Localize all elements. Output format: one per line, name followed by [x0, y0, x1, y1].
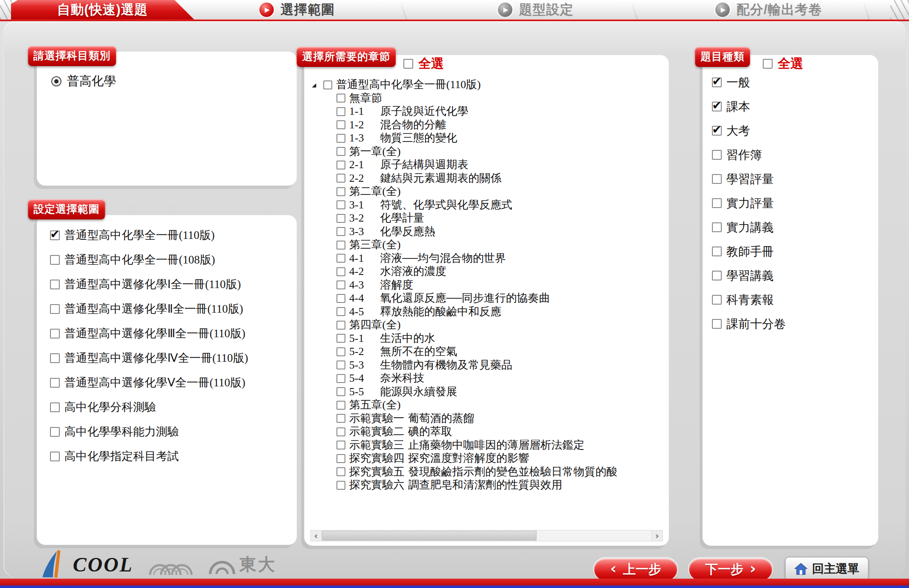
type-item-row[interactable]: 實力評量: [703, 191, 878, 215]
checkbox[interactable]: [336, 441, 345, 449]
prev-step-button[interactable]: ‹ 上一步: [594, 558, 677, 580]
checkbox[interactable]: [336, 427, 345, 436]
chapter-item-row[interactable]: 4-5 釋放熱能的酸鹼中和反應: [336, 305, 667, 319]
checkbox[interactable]: [336, 387, 345, 396]
chapter-item-row[interactable]: 1-3 物質三態的變化: [336, 132, 667, 145]
chapter-item-row[interactable]: 5-5 能源與永續發展: [336, 385, 667, 399]
checkbox[interactable]: [336, 374, 345, 383]
chapter-item-row[interactable]: 5-4 奈米科技: [336, 372, 667, 386]
checkbox[interactable]: [50, 378, 60, 388]
checkbox[interactable]: [336, 454, 345, 463]
checkbox[interactable]: [336, 227, 345, 236]
checkbox[interactable]: [336, 254, 345, 263]
chapter-item-row[interactable]: 示範實驗二 碘的萃取: [336, 425, 667, 439]
checkbox[interactable]: [403, 59, 413, 69]
type-item-row[interactable]: 學習講義: [703, 263, 878, 288]
checkbox[interactable]: [336, 241, 345, 250]
checkbox[interactable]: [336, 307, 345, 316]
checkbox[interactable]: [50, 353, 60, 363]
horizontal-scrollbar[interactable]: ‹ ›: [310, 530, 663, 541]
tab-select-range[interactable]: ▶ 選擇範圍: [259, 0, 335, 19]
type-item-row[interactable]: ✔ 課本: [703, 94, 878, 119]
type-item-row[interactable]: 習作簿: [703, 143, 878, 167]
tab-auto-quick-select[interactable]: 自動(快速)選題: [11, 0, 194, 19]
checkbox[interactable]: [712, 247, 722, 256]
checkbox[interactable]: [336, 280, 345, 289]
checkbox[interactable]: [712, 222, 722, 232]
range-item-row[interactable]: 普通型高中選修化學Ⅲ全一冊(110版): [37, 321, 297, 346]
checkbox[interactable]: [336, 120, 345, 129]
chapter-item-row[interactable]: 第五章(全): [336, 399, 667, 412]
range-item-row[interactable]: 普通型高中選修化學Ⅱ全一冊(110版): [37, 297, 297, 321]
checkbox[interactable]: [50, 329, 60, 338]
checkbox[interactable]: [336, 321, 345, 330]
chapter-item-row[interactable]: 無章節: [336, 92, 667, 105]
checkbox[interactable]: [50, 280, 60, 289]
checkbox[interactable]: [336, 294, 345, 303]
chapter-item-row[interactable]: 4-4 氧化還原反應──同步進行的協奏曲: [336, 292, 667, 305]
tree-expand-icon[interactable]: ◢: [312, 82, 320, 88]
return-main-menu-button[interactable]: 回主選單: [785, 557, 869, 581]
range-item-row[interactable]: 普通型高中選修化學Ⅳ全一冊(110版): [37, 346, 297, 370]
checkbox[interactable]: ✔: [50, 230, 60, 240]
chapter-item-row[interactable]: 1-2 混合物的分離: [336, 118, 667, 132]
range-item-row[interactable]: 普通型高中選修化學Ⅰ全一冊(110版): [37, 272, 297, 297]
chapter-item-row[interactable]: 示範實驗一 葡萄酒的蒸餾: [336, 412, 667, 425]
chapter-item-row[interactable]: 3-3 化學反應熱: [336, 225, 667, 239]
checkbox[interactable]: [336, 174, 345, 183]
checkbox[interactable]: ✔: [712, 78, 722, 87]
chapter-item-row[interactable]: 2-1 原子結構與週期表: [336, 158, 667, 172]
checkbox[interactable]: [50, 304, 60, 314]
checkbox[interactable]: [336, 267, 345, 276]
chapter-item-row[interactable]: 5-1 生活中的水: [336, 332, 667, 345]
type-item-row[interactable]: 教師手冊: [703, 239, 878, 263]
checkbox[interactable]: [336, 481, 345, 490]
range-item-row[interactable]: 高中化學學科能力測驗: [37, 419, 297, 444]
scroll-right-arrow[interactable]: ›: [651, 530, 662, 541]
checkbox[interactable]: [336, 414, 345, 423]
chapter-item-row[interactable]: 3-1 符號、化學式與化學反應式: [336, 198, 667, 212]
checkbox[interactable]: [712, 295, 722, 305]
checkbox[interactable]: [336, 134, 345, 143]
chapter-item-row[interactable]: 4-2 水溶液的濃度: [336, 265, 667, 279]
type-select-all[interactable]: 全選: [763, 55, 803, 72]
checkbox[interactable]: [336, 214, 345, 223]
checkbox[interactable]: [712, 174, 722, 184]
checkbox[interactable]: [336, 361, 345, 369]
chapter-item-row[interactable]: 探究實驗五 發現酸鹼指示劑的變色並檢驗日常物質的酸: [336, 465, 667, 479]
chapter-item-row[interactable]: 第四章(全): [336, 319, 667, 332]
chapter-item-row[interactable]: 5-3 生物體內有機物及常見藥品: [336, 358, 667, 372]
chapter-item-row[interactable]: 第一章(全): [336, 145, 667, 158]
subject-option-row[interactable]: 普高化學: [37, 73, 297, 90]
checkbox[interactable]: [336, 401, 345, 410]
checkbox[interactable]: [336, 147, 345, 156]
checkbox[interactable]: [712, 150, 722, 160]
chapter-item-row[interactable]: 第三章(全): [336, 239, 667, 252]
chapter-item-row[interactable]: 探究實驗六 調查肥皂和清潔劑的性質與效用: [336, 479, 667, 492]
chapter-select-all[interactable]: 全選: [403, 55, 444, 72]
chapter-item-row[interactable]: 探究實驗四 探究溫度對溶解度的影響: [336, 452, 667, 466]
tab-score-output[interactable]: ▶ 配分/輸出考卷: [715, 0, 822, 19]
range-item-row[interactable]: 普通型高中選修化學Ⅴ全一冊(110版): [37, 370, 297, 395]
checkbox[interactable]: [50, 452, 60, 461]
checkbox[interactable]: [336, 467, 345, 476]
scrollbar-thumb[interactable]: [322, 531, 537, 541]
chapter-item-row[interactable]: 3-2 化學計量: [336, 212, 667, 225]
checkbox[interactable]: [336, 347, 345, 356]
chapter-item-row[interactable]: 1-1 原子說與近代化學: [336, 105, 667, 119]
checkbox[interactable]: ✔: [712, 126, 722, 136]
chapter-item-row[interactable]: 第二章(全): [336, 185, 667, 199]
checkbox[interactable]: [763, 59, 773, 69]
next-step-button[interactable]: 下一步 ›: [689, 558, 772, 580]
chapter-item-row[interactable]: 2-2 鍵結與元素週期表的關係: [336, 172, 667, 185]
tab-question-type-setup[interactable]: ▶ 題型設定: [498, 0, 573, 19]
type-item-row[interactable]: ✔ 一般: [703, 70, 878, 94]
type-item-row[interactable]: 課前十分卷: [703, 312, 878, 336]
checkbox[interactable]: ✔: [712, 102, 722, 111]
range-item-row[interactable]: 高中化學分科測驗: [37, 395, 297, 419]
checkbox[interactable]: [712, 319, 722, 329]
checkbox[interactable]: [323, 80, 332, 89]
chapter-item-row[interactable]: 示範實驗三 止痛藥物中咖啡因的薄層層析法鑑定: [336, 438, 667, 452]
checkbox[interactable]: [50, 427, 60, 437]
checkbox[interactable]: [50, 402, 60, 412]
